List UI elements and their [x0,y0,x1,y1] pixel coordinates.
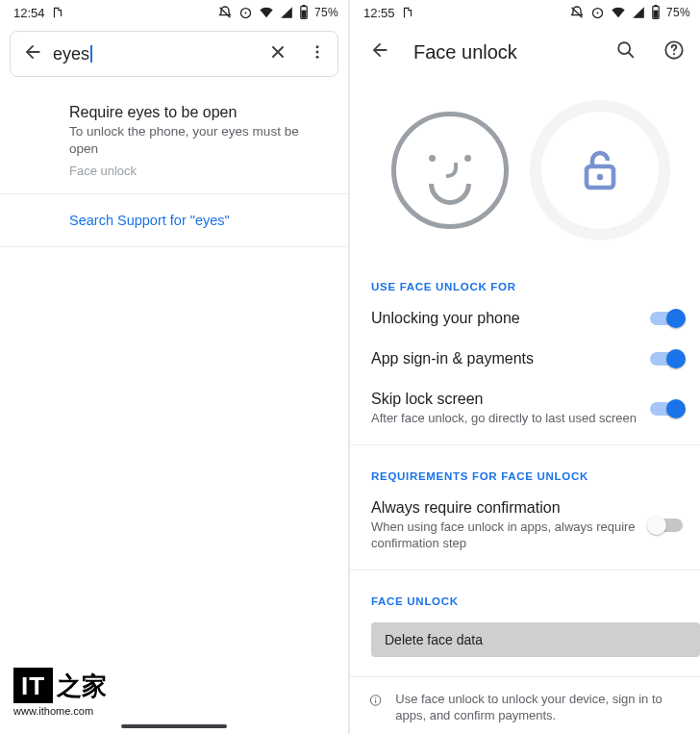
back-icon[interactable] [22,41,43,66]
circle-icon [590,6,605,20]
svg-point-9 [597,12,599,13]
flag-icon [401,6,414,19]
setting-require-confirmation[interactable]: Always require confirmation When using f… [350,488,700,564]
svg-rect-4 [302,5,305,7]
svg-point-19 [375,697,376,698]
header-bar: Face unlock [350,25,700,79]
setting-subtitle: When using face unlock in apps, always r… [371,519,638,552]
divider [350,569,700,570]
battery-icon [299,5,309,20]
toggle-unlock-phone[interactable] [650,311,683,326]
dnd-icon [217,5,233,20]
svg-rect-3 [302,11,307,18]
result-path: Face unlock [69,164,325,178]
battery-percent: 75% [666,6,690,19]
watermark-url: www.ithome.com [13,705,107,717]
clear-icon[interactable] [262,37,293,71]
face-icon [391,112,509,229]
svg-point-15 [673,53,675,55]
delete-face-data-button[interactable]: Delete face data [371,622,700,657]
search-input[interactable]: eyes [53,44,253,64]
toggle-skip-lock[interactable] [650,401,683,417]
svg-rect-20 [375,699,376,702]
divider [350,444,700,445]
setting-skip-lock[interactable]: Skip lock screen After face unlock, go d… [350,379,700,439]
setting-app-signin[interactable]: App sign-in & payments [350,339,700,379]
svg-point-17 [597,174,603,180]
status-time: 12:55 [363,6,395,20]
search-bar[interactable]: eyes [10,31,338,77]
result-title: Require eyes to be open [69,104,325,121]
hero-illustration [350,79,700,262]
footer-text: Use face unlock to unlock your device, s… [395,691,681,724]
info-icon [369,691,382,710]
circle-icon [238,6,253,20]
signal-icon [632,6,645,19]
watermark: IT 之家 www.ithome.com [13,668,107,717]
home-indicator[interactable] [121,724,227,728]
right-screenshot: 12:55 75% Face unlock [350,0,700,734]
svg-point-5 [316,45,319,48]
section-requirements: REQUIREMENTS FOR FACE UNLOCK [350,451,700,488]
search-result[interactable]: Require eyes to be open To unlock the ph… [0,87,348,194]
section-use-for: USE FACE UNLOCK FOR [350,262,700,298]
status-bar: 12:55 75% [350,0,700,25]
watermark-cn: 之家 [57,670,107,703]
result-subtitle: To unlock the phone, your eyes must be o… [69,123,325,158]
help-icon[interactable] [660,36,688,68]
search-support-row[interactable]: Search Support for "eyes" [0,194,348,247]
toggle-require-confirmation[interactable] [650,518,683,533]
dnd-icon [569,5,585,20]
page-title: Face unlock [413,41,592,63]
back-icon[interactable] [365,36,394,68]
battery-percent: 75% [314,6,338,19]
signal-icon [280,6,293,19]
svg-rect-12 [654,5,657,7]
left-screenshot: 12:54 75% eyes Require eyes to be open T… [0,0,348,734]
setting-subtitle: After face unlock, go directly to last u… [371,410,638,427]
setting-unlock-phone[interactable]: Unlocking your phone [350,298,700,339]
svg-point-6 [316,51,319,54]
setting-title: Skip lock screen [371,391,638,408]
status-time: 12:54 [13,6,45,20]
section-face-unlock: FACE UNLOCK [350,576,700,613]
support-link[interactable]: Search Support for "eyes" [69,213,230,228]
wifi-icon [611,6,626,19]
wifi-icon [259,6,274,19]
svg-point-7 [316,56,319,59]
status-bar: 12:54 75% [0,0,348,25]
svg-rect-11 [654,11,659,18]
svg-point-1 [245,12,247,13]
battery-icon [651,5,661,20]
setting-title: App sign-in & payments [371,350,638,367]
setting-title: Unlocking your phone [371,310,638,327]
toggle-app-signin[interactable] [650,351,683,367]
lock-ring [541,112,659,229]
search-icon[interactable] [612,36,640,68]
footer-info: Use face unlock to unlock your device, s… [350,676,700,724]
flag-icon [51,6,64,19]
setting-title: Always require confirmation [371,499,638,517]
unlock-icon [577,147,623,193]
watermark-logo: IT [13,668,53,703]
overflow-icon[interactable] [303,38,332,70]
